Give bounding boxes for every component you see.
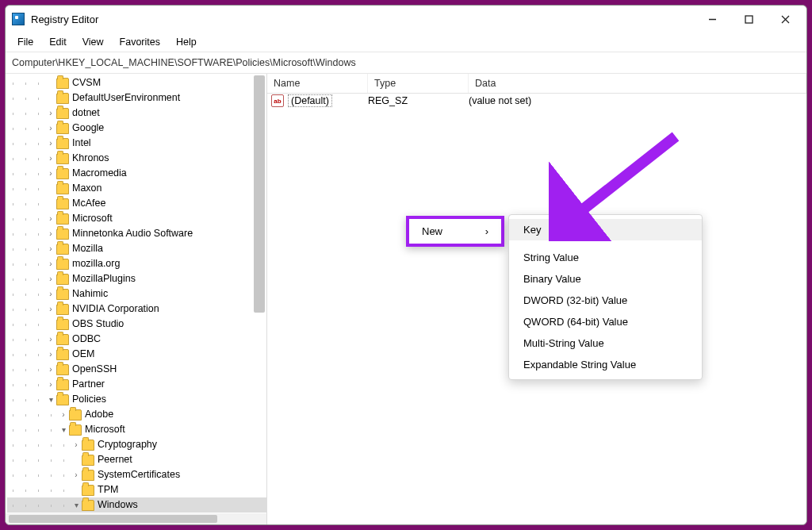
expand-chevron-icon[interactable]: › [58, 407, 69, 422]
context-new-label: New [422, 225, 442, 237]
tree-item[interactable]: ›Microsoft [7, 211, 266, 226]
expand-chevron-icon[interactable]: › [45, 106, 56, 121]
tree-item-label: McAfee [72, 196, 105, 211]
tree-item[interactable]: OBS Studio [7, 317, 266, 332]
expand-chevron-icon[interactable]: › [45, 332, 56, 347]
expand-chevron-icon[interactable]: › [45, 377, 56, 392]
folder-icon [56, 364, 69, 375]
expand-chevron-icon[interactable]: › [45, 286, 56, 301]
tree-item[interactable]: ›Google [7, 121, 266, 136]
context-submenu-new[interactable]: Key String Value Binary Value DWORD (32-… [508, 214, 703, 380]
tree-item[interactable]: ›Nahimic [7, 286, 266, 301]
tree-item-label: TPM [98, 482, 118, 497]
tree-item-label: Nahimic [72, 286, 108, 301]
tree-item[interactable]: ›Cryptography [7, 437, 266, 452]
address-bar[interactable]: Computer\HKEY_LOCAL_MACHINE\SOFTWARE\Pol… [6, 52, 806, 74]
tree-item[interactable]: ›dotnet [7, 106, 266, 121]
expand-chevron-icon[interactable]: › [45, 211, 56, 226]
expand-chevron-icon[interactable]: › [45, 256, 56, 271]
close-button[interactable] [767, 7, 803, 31]
tree-item[interactable]: ›SystemCertificates [7, 467, 266, 482]
expand-chevron-icon[interactable]: › [45, 166, 56, 181]
expand-chevron-icon[interactable]: › [71, 437, 82, 452]
tree-scrollbar-horizontal[interactable] [6, 513, 266, 524]
maximize-button[interactable] [730, 7, 767, 31]
expand-chevron-icon[interactable]: › [45, 301, 56, 317]
folder-icon [69, 409, 82, 421]
menu-edit[interactable]: Edit [42, 34, 74, 50]
value-row[interactable]: ab(Default)REG_SZ(value not set) [267, 94, 806, 108]
tree-item[interactable]: ›OpenSSH [7, 362, 266, 377]
folder-icon [69, 424, 82, 436]
chevron-right-icon: › [485, 225, 488, 237]
expand-chevron-icon[interactable]: › [45, 121, 56, 136]
list-header: Name Type Data [267, 74, 806, 94]
expand-chevron-icon[interactable]: › [45, 151, 56, 166]
submenu-dword[interactable]: DWORD (32-bit) Value [509, 290, 702, 311]
tree-item[interactable]: ›ODBC [7, 332, 266, 347]
regedit-icon [12, 13, 25, 25]
expand-chevron-icon[interactable]: ▾ [71, 497, 82, 513]
column-type[interactable]: Type [368, 74, 469, 93]
value-name: (Default) [288, 94, 332, 107]
tree-item[interactable]: TPM [7, 482, 266, 497]
expand-chevron-icon[interactable]: › [45, 226, 56, 241]
minimize-button[interactable] [694, 7, 730, 31]
expand-chevron-icon[interactable]: › [45, 241, 56, 256]
tree-item[interactable]: ›NVIDIA Corporation [7, 301, 266, 317]
tree-item-label: OBS Studio [72, 317, 124, 332]
menu-help[interactable]: Help [169, 34, 204, 50]
expand-chevron-icon[interactable]: ▾ [45, 392, 56, 407]
tree-item[interactable]: ›Minnetonka Audio Software [7, 226, 266, 241]
submenu-binary-value[interactable]: Binary Value [509, 268, 702, 290]
tree-view[interactable]: CVSMDefaultUserEnvironment›dotnet›Google… [6, 74, 266, 513]
submenu-key[interactable]: Key [509, 219, 702, 240]
expand-chevron-icon[interactable]: › [45, 136, 56, 151]
submenu-string-value[interactable]: String Value [509, 247, 702, 268]
menu-view[interactable]: View [75, 34, 111, 50]
expand-chevron-icon[interactable]: › [71, 467, 82, 482]
tree-item[interactable]: ›Partner [7, 377, 266, 392]
tree-item-label: OEM [72, 347, 94, 362]
tree-item[interactable]: ▾Windows [7, 497, 266, 513]
folder-icon [56, 198, 69, 209]
submenu-multistring[interactable]: Multi-String Value [509, 332, 702, 354]
tree-item[interactable]: ›MozillaPlugins [7, 271, 266, 286]
folder-icon [56, 168, 69, 179]
menu-file[interactable]: File [10, 34, 40, 50]
tree-item[interactable]: ›OEM [7, 347, 266, 362]
tree-item[interactable]: Maxon [7, 181, 266, 196]
menu-favorites[interactable]: Favorites [113, 34, 167, 50]
tree-item-label: SystemCertificates [98, 467, 180, 482]
expand-chevron-icon[interactable]: › [45, 362, 56, 377]
folder-icon [82, 440, 94, 451]
tree-item[interactable]: ›Macromedia [7, 166, 266, 181]
tree-item-label: Mozilla [72, 241, 103, 256]
expand-chevron-icon[interactable]: › [45, 271, 56, 286]
column-data[interactable]: Data [469, 74, 806, 93]
tree-item[interactable]: ▾Policies [7, 392, 266, 407]
tree-item[interactable]: ›Mozilla [7, 241, 266, 256]
tree-item[interactable]: Peernet [7, 452, 266, 467]
tree-item[interactable]: ›mozilla.org [7, 256, 266, 271]
tree-item[interactable]: CVSM [7, 75, 266, 90]
values-list[interactable]: ab(Default)REG_SZ(value not set) New › K… [267, 94, 806, 524]
context-menu-new[interactable]: New › [406, 216, 504, 247]
submenu-expandstring[interactable]: Expandable String Value [509, 354, 702, 375]
submenu-qword[interactable]: QWORD (64-bit) Value [509, 311, 702, 332]
folder-icon [56, 93, 69, 104]
expand-chevron-icon[interactable]: › [45, 347, 56, 362]
tree-item[interactable]: ▾Microsoft [7, 422, 266, 437]
tree-item[interactable]: ›Khronos [7, 151, 266, 166]
column-name[interactable]: Name [267, 74, 368, 93]
tree-item[interactable]: McAfee [7, 196, 266, 211]
tree-item[interactable]: DefaultUserEnvironment [7, 90, 266, 106]
folder-icon [56, 334, 69, 345]
tree-item[interactable]: ›Intel [7, 136, 266, 151]
tree-scrollbar-vertical[interactable] [254, 75, 265, 313]
tree-item-label: MozillaPlugins [72, 271, 136, 286]
folder-icon [56, 108, 69, 119]
expand-chevron-icon[interactable]: ▾ [58, 422, 69, 437]
window: Registry Editor File Edit View Favorites… [5, 5, 807, 525]
tree-item[interactable]: ›Adobe [7, 407, 266, 422]
